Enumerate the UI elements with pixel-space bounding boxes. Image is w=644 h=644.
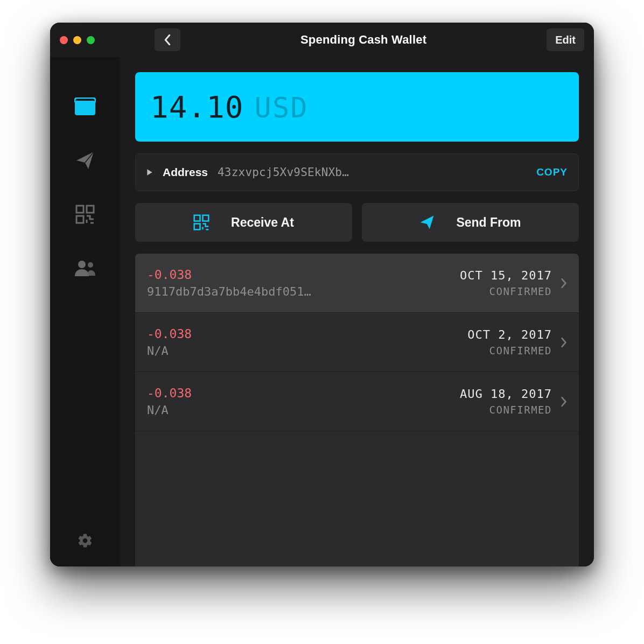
minimize-window-button[interactable] (73, 36, 81, 44)
svg-rect-9 (194, 224, 200, 230)
paper-plane-icon (75, 151, 95, 170)
main-content: 14.10 USD Address 43zxvpcj5Xv9SEkNXb… CO… (120, 57, 594, 566)
receive-button-label: Receive At (231, 215, 294, 230)
transaction-row[interactable]: -0.038 N/A AUG 18, 2017 CONFIRMED (135, 372, 579, 431)
balance-currency: USD (255, 92, 309, 124)
transaction-status: CONFIRMED (460, 404, 552, 416)
edit-button[interactable]: Edit (547, 29, 584, 51)
transaction-date: AUG 18, 2017 (460, 387, 552, 401)
receive-button[interactable]: Receive At (135, 203, 352, 242)
transaction-list: -0.038 9117db7d3a7bb4e4bdf051… OCT 15, 2… (135, 254, 579, 566)
transaction-amount: -0.038 (147, 268, 451, 282)
close-window-button[interactable] (60, 36, 68, 44)
page-title: Spending Cash Wallet (180, 33, 547, 47)
svg-rect-7 (194, 215, 200, 221)
nav-send[interactable] (73, 149, 97, 172)
transaction-row[interactable]: -0.038 9117db7d3a7bb4e4bdf051… OCT 15, 2… (135, 254, 579, 313)
chevron-right-icon (561, 397, 567, 407)
chevron-right-icon (561, 338, 567, 347)
edit-button-label: Edit (555, 34, 576, 46)
transaction-amount: -0.038 (147, 327, 459, 341)
copy-address-button[interactable]: COPY (536, 166, 568, 178)
address-row[interactable]: Address 43zxvpcj5Xv9SEkNXb… COPY (135, 153, 579, 191)
address-label: Address (163, 166, 208, 179)
transaction-date: OCT 2, 2017 (467, 328, 552, 341)
svg-rect-1 (75, 98, 95, 103)
qr-icon (75, 205, 95, 224)
app-window: Spending Cash Wallet Edit (50, 23, 594, 566)
svg-point-5 (78, 261, 86, 268)
nav-contacts[interactable] (73, 256, 97, 280)
nav-wallet[interactable] (73, 95, 97, 118)
back-button[interactable] (155, 29, 180, 51)
balance-amount: 14.10 (150, 89, 244, 124)
caret-right-icon (146, 169, 153, 176)
wallet-icon (74, 97, 96, 116)
svg-rect-3 (87, 206, 94, 213)
transaction-row[interactable]: -0.038 N/A OCT 2, 2017 CONFIRMED (135, 313, 579, 372)
chevron-left-icon (164, 34, 171, 45)
action-row: Receive At Send From (135, 203, 579, 242)
transaction-reference: N/A (147, 344, 459, 358)
titlebar: Spending Cash Wallet Edit (50, 23, 594, 57)
transaction-amount: -0.038 (147, 386, 451, 400)
send-button-label: Send From (456, 215, 521, 230)
nav-settings[interactable] (73, 529, 97, 552)
transaction-reference: N/A (147, 403, 451, 417)
sidebar (50, 57, 120, 566)
contacts-icon (74, 260, 96, 277)
transaction-reference: 9117db7d3a7bb4e4bdf051… (147, 285, 451, 298)
window-controls (60, 36, 119, 44)
transaction-date: OCT 15, 2017 (460, 269, 552, 282)
paper-plane-icon (419, 215, 435, 230)
svg-rect-8 (203, 215, 209, 221)
address-value: 43zxvpcj5Xv9SEkNXb… (218, 166, 527, 179)
svg-point-6 (88, 262, 93, 268)
chevron-right-icon (561, 278, 567, 288)
svg-rect-2 (76, 206, 83, 213)
zoom-window-button[interactable] (87, 36, 95, 44)
balance-card: 14.10 USD (135, 72, 579, 142)
nav-receive[interactable] (73, 202, 97, 226)
qr-icon (193, 214, 209, 230)
send-button[interactable]: Send From (362, 203, 579, 242)
gear-icon (77, 533, 93, 549)
transaction-status: CONFIRMED (460, 285, 552, 297)
transaction-status: CONFIRMED (467, 345, 552, 356)
svg-rect-4 (76, 216, 83, 223)
